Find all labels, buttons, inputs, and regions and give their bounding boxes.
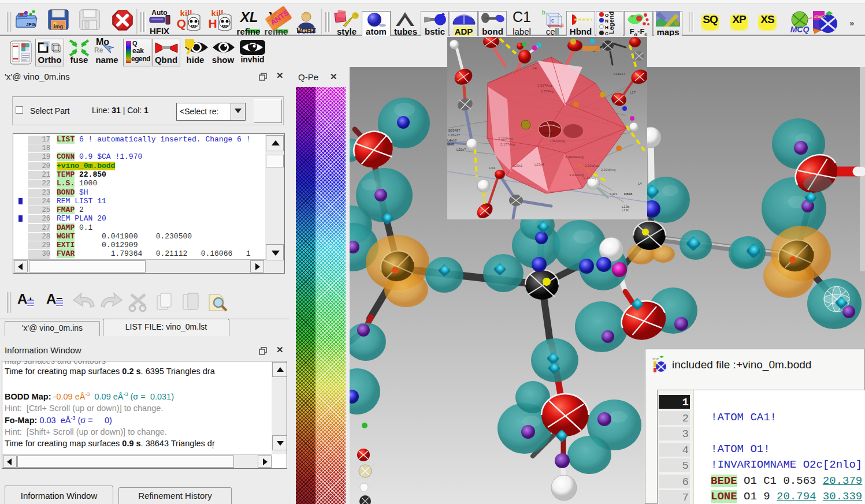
svg-text:2.77Avg: 2.77Avg [541,89,554,93]
svg-text:/7533Avg: /7533Avg [550,139,565,143]
svg-text:shelX: shelX [814,14,826,19]
svg-text:L/31: L/31 [489,166,496,170]
svg-text:M#6: M#6 [447,143,454,146]
svg-text:she: she [652,357,659,361]
svg-text:0.21d7: 0.21d7 [543,131,554,135]
svg-text:L17: L17 [630,91,636,94]
svg-text:2.19dAvg: 2.19dAvg [601,168,615,171]
svg-text:L23s4: L23s4 [534,163,544,166]
svg-text:L39s7: L39s7 [456,148,466,151]
svg-text:b: b [542,10,545,16]
svg-text:2.177Avg: 2.177Avg [500,143,515,146]
svg-text:L18+17: L18+17 [448,133,461,137]
svg-text:JPG: JPG [26,22,35,27]
svg-text:c: c [551,17,554,24]
svg-text:2.19dAvg: 2.19dAvg [585,164,599,167]
svg-text:B59487: B59487 [448,129,461,132]
svg-text:L13c: L13c [622,208,629,212]
svg-text:L4: L4 [533,66,537,70]
svg-text:L4s17: L4s17 [447,139,457,142]
svg-text:2.49034Avg: 2.49034Avg [565,155,584,159]
svg-text:3.033Avg: 3.033Avg [569,173,584,177]
svg-text:2.103Avg: 2.103Avg [498,137,513,140]
svg-text:L31e17: L31e17 [614,72,626,76]
svg-text:L3r1: L3r1 [610,192,618,196]
svg-text:2.1dAvg: 2.1dAvg [584,176,596,180]
svg-text:L29s1: L29s1 [513,164,523,167]
svg-text:img: img [54,24,63,29]
svg-text:D8e6: D8e6 [624,192,633,196]
svg-text:1.01?Avg: 1.01?Avg [537,84,552,87]
svg-text:L4: L4 [638,182,642,185]
